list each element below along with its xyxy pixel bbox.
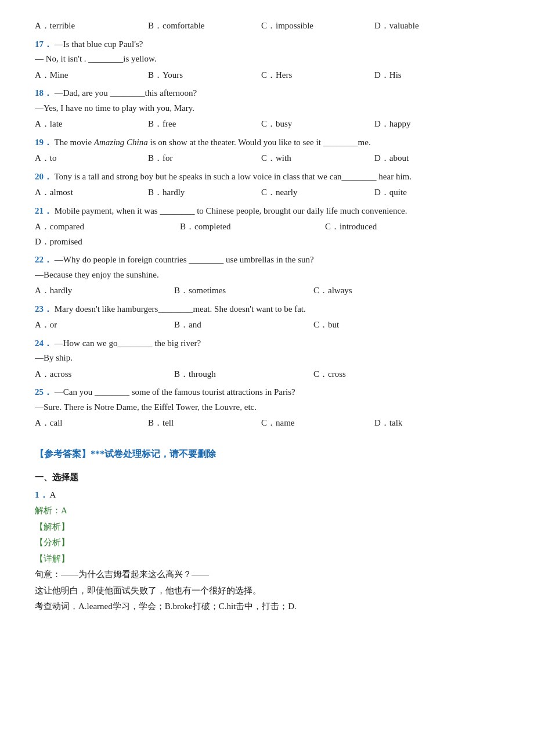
q19-opt-d: D．about — [374, 151, 482, 166]
q17-num: 17． — [35, 39, 52, 49]
q20-opt-b: B．hardly — [148, 185, 255, 200]
q21-opt-d: D．promised — [35, 235, 174, 250]
q18-num: 18． — [35, 88, 52, 98]
option-b: B．comfortable — [148, 19, 255, 34]
q19-opt-b: B．for — [148, 151, 255, 166]
q24-opt-c: C．cross — [313, 367, 447, 382]
q20-text: Tony is a tall and strong boy but he spe… — [54, 172, 411, 181]
answer-title-text: ***试卷处理标记，请不要删除 — [91, 449, 216, 459]
q19-opt-a: A．to — [35, 151, 142, 166]
q18-opt-d: D．happy — [374, 117, 482, 132]
q18-opt-b: B．free — [148, 117, 255, 132]
ans-1-jiexi-label: 解析： — [35, 506, 61, 515]
q17-opt-b: B．Yours — [148, 68, 255, 83]
top-options-row: A．terrible B．comfortable C．impossible D．… — [35, 19, 499, 34]
q23-opt-b: B．and — [174, 318, 308, 333]
ans-1-tag2: 【详解】 — [35, 552, 499, 567]
option-d: D．valuable — [374, 19, 482, 34]
q25-opt-b: B．tell — [148, 416, 255, 431]
ans-1-detail2: 考查动词，A.learned学习，学会；B.broke打破；C.hit击中，打击… — [35, 599, 499, 614]
q22-dialog1: —Why do people in foreign countries ____… — [55, 255, 314, 264]
q21-num: 21． — [35, 206, 52, 215]
option-a: A．terrible — [35, 19, 142, 34]
q21-opt-a: A．compared — [35, 219, 174, 235]
question-23: 23． Mary doesn't like hamburgers________… — [35, 302, 499, 333]
ans-1-num: 1． — [35, 490, 48, 499]
question-22: 22． —Why do people in foreign countries … — [35, 253, 499, 298]
q18-dialog2: —Yes, I have no time to play with you, M… — [35, 101, 499, 116]
q17-dialog1: —Is that blue cup Paul's? — [55, 39, 143, 49]
q22-opt-b: B．sometimes — [174, 283, 308, 298]
answer-title-bracket: 【参考答案】 — [35, 449, 91, 459]
q25-num: 25． — [35, 387, 52, 397]
q24-num: 24． — [35, 339, 52, 348]
q22-num: 22． — [35, 255, 52, 264]
q22-opt-c: C．always — [313, 283, 447, 298]
q20-opt-d: D．quite — [374, 185, 482, 200]
q20-num: 20． — [35, 172, 52, 181]
q25-opt-d: D．talk — [374, 416, 482, 431]
q25-dialog2: —Sure. There is Notre Dame, the Eiffel T… — [35, 400, 499, 415]
q24-dialog2: —By ship. — [35, 351, 499, 366]
answer-section: 【参考答案】***试卷处理标记，请不要删除 一、选择题 1． A 解析：A 【解… — [35, 448, 499, 614]
q24-opt-b: B．through — [174, 367, 308, 382]
q19-opt-c: C．with — [261, 151, 369, 166]
question-19: 19． The movie Amazing China is on show a… — [35, 135, 499, 166]
q23-text: Mary doesn't like hamburgers________meat… — [55, 304, 306, 314]
q24-dialog1: —How can we go________ the big river? — [55, 339, 201, 348]
question-17: 17． —Is that blue cup Paul's? — No, it i… — [35, 37, 499, 83]
q25-opt-c: C．name — [261, 416, 369, 431]
ans-1-jiexi-val: A — [61, 506, 67, 515]
q25-dialog1: —Can you ________ some of the famous tou… — [55, 387, 295, 397]
q20-opt-a: A．almost — [35, 185, 142, 200]
q24-opt-a: A．across — [35, 367, 168, 382]
q19-italic: Amazing China — [94, 138, 148, 147]
section1-title: 一、选择题 — [35, 472, 499, 483]
q22-opt-a: A．hardly — [35, 283, 168, 298]
q25-opt-a: A．call — [35, 416, 142, 431]
q17-dialog2: — No, it isn't . ________is yellow. — [35, 52, 499, 67]
q18-opt-a: A．late — [35, 117, 142, 132]
ans-1-val: A — [49, 490, 56, 499]
ans-1-tag1: 【分析】 — [35, 535, 499, 550]
q20-opt-c: C．nearly — [261, 185, 369, 200]
question-21: 21． Mobile payment, when it was ________… — [35, 204, 499, 250]
q19-text: The movie — [54, 138, 93, 147]
q18-opt-c: C．busy — [261, 117, 369, 132]
option-c: C．impossible — [261, 19, 369, 34]
ans-1-detail0: 句意：——为什么吉姆看起来这么高兴？—— — [35, 567, 499, 582]
ans-1-detail1: 这让他明白，即使他面试失败了，他也有一个很好的选择。 — [35, 584, 499, 599]
q23-opt-c: C．but — [313, 318, 447, 333]
q17-opt-d: D．His — [374, 68, 482, 83]
question-20: 20． Tony is a tall and strong boy but he… — [35, 170, 499, 200]
question-24: 24． —How can we go________ the big river… — [35, 336, 499, 382]
q21-opt-c: C．introduced — [325, 219, 464, 235]
q23-opt-a: A．or — [35, 318, 168, 333]
q21-text: Mobile payment, when it was ________ to … — [55, 206, 407, 215]
q17-opt-c: C．Hers — [261, 68, 369, 83]
question-18: 18． —Dad, are you ________this afternoon… — [35, 86, 499, 132]
q23-num: 23． — [35, 304, 52, 314]
q22-dialog2: —Because they enjoy the sunshine. — [35, 268, 499, 283]
q17-opt-a: A．Mine — [35, 68, 142, 83]
ans-1-num-line: 1． A — [35, 488, 499, 503]
q19-num: 19． — [35, 138, 52, 147]
q21-opt-b: B．completed — [180, 219, 319, 235]
question-25: 25． —Can you ________ some of the famous… — [35, 385, 499, 431]
answer-title: 【参考答案】***试卷处理标记，请不要删除 — [35, 448, 499, 460]
ans-1-jiexi-line: 解析：A — [35, 503, 499, 519]
q19-text2: is on show at the theater. Would you lik… — [148, 138, 371, 147]
q18-dialog1: —Dad, are you ________this afternoon? — [55, 88, 197, 98]
ans-1-tag0: 【解析】 — [35, 520, 499, 535]
